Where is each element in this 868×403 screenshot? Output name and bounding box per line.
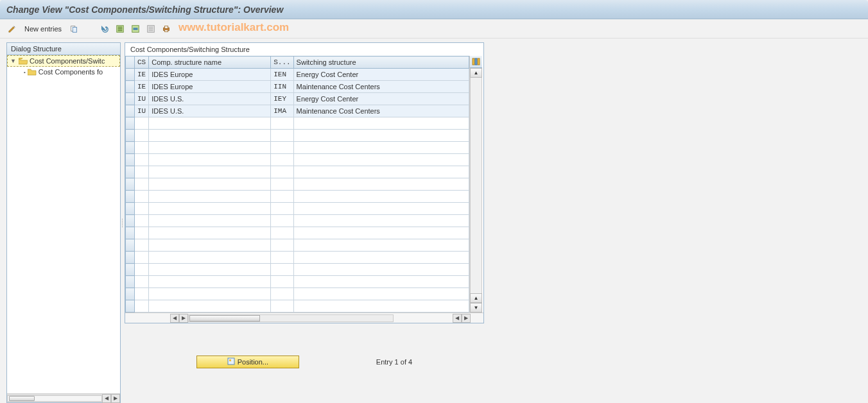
table-row-empty[interactable] [126, 215, 469, 227]
cell-empty[interactable] [135, 264, 149, 276]
col-header-s[interactable]: S... [271, 56, 293, 69]
vscroll-down-icon[interactable]: ▼ [470, 303, 482, 313]
cell-empty[interactable] [293, 300, 469, 313]
table-row-empty[interactable] [126, 300, 469, 313]
sidebar-hscroll-right-icon[interactable]: ▶ [111, 394, 120, 403]
position-button[interactable]: Position... [196, 356, 299, 368]
copy-as-icon[interactable] [68, 23, 80, 35]
cell-empty[interactable] [149, 215, 271, 227]
cell-empty[interactable] [293, 252, 469, 264]
row-selector[interactable] [126, 215, 135, 227]
table-row-empty[interactable] [126, 154, 469, 166]
cell-s[interactable]: IEN [271, 69, 293, 81]
cell-empty[interactable] [271, 239, 293, 252]
table-hscroll-track1[interactable] [188, 314, 394, 322]
display-change-toggle-icon[interactable] [6, 23, 18, 35]
cell-empty[interactable] [149, 288, 271, 300]
table-row-empty[interactable] [126, 130, 469, 142]
cell-empty[interactable] [293, 178, 469, 191]
cell-empty[interactable] [135, 117, 149, 130]
cell-ss[interactable]: Energy Cost Center [293, 93, 469, 105]
cell-empty[interactable] [293, 191, 469, 203]
sidebar-hscroll-left-icon[interactable]: ◀ [102, 394, 111, 403]
cell-empty[interactable] [271, 264, 293, 276]
cell-empty[interactable] [149, 166, 271, 178]
cell-empty[interactable] [149, 239, 271, 252]
cell-empty[interactable] [271, 117, 293, 130]
select-all-icon[interactable] [114, 23, 126, 35]
cell-empty[interactable] [135, 130, 149, 142]
row-selector[interactable] [126, 166, 135, 178]
cell-empty[interactable] [293, 264, 469, 276]
row-selector[interactable] [126, 178, 135, 191]
table-hscroll-right2-icon[interactable]: ▶ [462, 314, 471, 323]
table-row-empty[interactable] [126, 166, 469, 178]
col-header-rowselector[interactable] [126, 56, 135, 69]
cell-empty[interactable] [271, 215, 293, 227]
row-selector[interactable] [126, 142, 135, 154]
cell-empty[interactable] [293, 166, 469, 178]
cell-empty[interactable] [149, 130, 271, 142]
tree-expand-icon[interactable]: ▼ [10, 58, 17, 64]
cell-empty[interactable] [149, 227, 271, 239]
cell-empty[interactable] [135, 300, 149, 313]
cell-empty[interactable] [149, 252, 271, 264]
cell-ss[interactable]: Maintenance Cost Centers [293, 81, 469, 93]
row-selector[interactable] [126, 264, 135, 276]
table-row-empty[interactable] [126, 252, 469, 264]
cell-empty[interactable] [271, 166, 293, 178]
cell-empty[interactable] [135, 142, 149, 154]
row-selector[interactable] [126, 203, 135, 215]
cell-empty[interactable] [293, 117, 469, 130]
cell-empty[interactable] [149, 264, 271, 276]
table-hscroll-right-icon[interactable]: ▶ [179, 314, 188, 323]
deselect-all-icon[interactable] [145, 23, 157, 35]
table-hscroll-left-icon[interactable]: ◀ [170, 314, 179, 323]
cell-csname[interactable]: IDES U.S. [149, 105, 271, 117]
table-hscroll-left2-icon[interactable]: ◀ [453, 314, 462, 323]
row-selector[interactable] [126, 276, 135, 288]
cell-empty[interactable] [135, 276, 149, 288]
vscroll-up-icon[interactable]: ▲ [470, 68, 482, 78]
sidebar-hscrollbar[interactable]: ◀ ▶ [7, 393, 120, 402]
vscroll-up2-icon[interactable]: ▲ [470, 293, 482, 303]
cell-empty[interactable] [293, 227, 469, 239]
col-header-cs[interactable]: CS [135, 56, 149, 69]
row-selector[interactable] [126, 69, 135, 81]
table-row-empty[interactable] [126, 203, 469, 215]
cell-ss[interactable]: Maintenance Cost Centers [293, 105, 469, 117]
cell-cs[interactable]: IU [135, 93, 149, 105]
cell-empty[interactable] [293, 203, 469, 215]
cell-empty[interactable] [293, 130, 469, 142]
cell-cs[interactable]: IE [135, 81, 149, 93]
table-row[interactable]: IEIDES EuropeIENEnergy Cost Center [126, 69, 469, 81]
col-header-ss[interactable]: Switching structure [293, 56, 469, 69]
table-row-empty[interactable] [126, 239, 469, 252]
cell-empty[interactable] [149, 191, 271, 203]
cell-empty[interactable] [149, 154, 271, 166]
table-row-empty[interactable] [126, 178, 469, 191]
cell-empty[interactable] [271, 154, 293, 166]
cell-csname[interactable]: IDES U.S. [149, 93, 271, 105]
cell-csname[interactable]: IDES Europe [149, 81, 271, 93]
row-selector[interactable] [126, 227, 135, 239]
cell-empty[interactable] [149, 142, 271, 154]
table-row-empty[interactable] [126, 276, 469, 288]
row-selector[interactable] [126, 300, 135, 313]
row-selector[interactable] [126, 288, 135, 300]
cell-empty[interactable] [149, 203, 271, 215]
table-row-empty[interactable] [126, 227, 469, 239]
cell-s[interactable]: IIN [271, 81, 293, 93]
cell-empty[interactable] [271, 203, 293, 215]
tree-node-cost-components-switching[interactable]: ▼ Cost Components/Switc [7, 55, 120, 67]
table-row-empty[interactable] [126, 288, 469, 300]
row-selector[interactable] [126, 81, 135, 93]
row-selector[interactable] [126, 117, 135, 130]
cell-cs[interactable]: IU [135, 105, 149, 117]
row-selector[interactable] [126, 252, 135, 264]
cell-empty[interactable] [271, 191, 293, 203]
row-selector[interactable] [126, 105, 135, 117]
cell-empty[interactable] [271, 142, 293, 154]
table-row[interactable]: IUIDES U.S.IMAMaintenance Cost Centers [126, 105, 469, 117]
cell-empty[interactable] [149, 117, 271, 130]
